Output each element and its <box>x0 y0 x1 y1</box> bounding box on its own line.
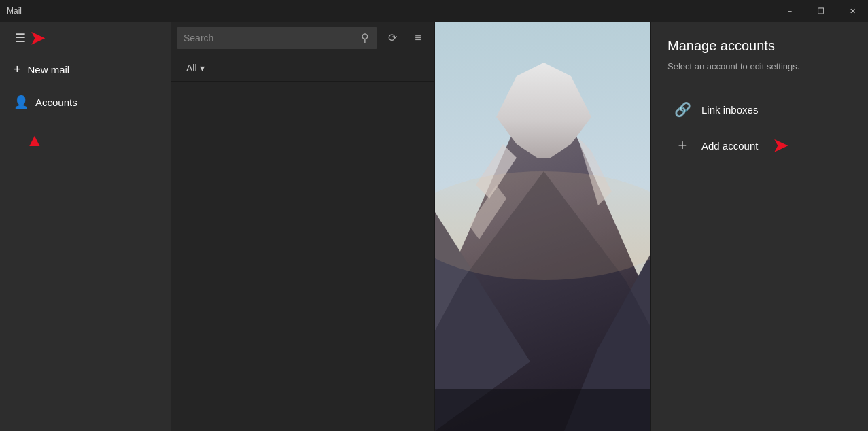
link-inboxes-icon: 🔗 <box>673 101 692 118</box>
search-input[interactable] <box>184 33 360 44</box>
plus-icon: + <box>14 63 21 77</box>
sidebar: ☰ ➤ + New mail 👤 Accounts ▲ <box>0 22 171 431</box>
manage-accounts-subtitle: Select an account to edit settings. <box>667 61 852 73</box>
title-bar: Mail − ❐ ✕ <box>0 0 868 22</box>
chevron-down-icon: ▾ <box>200 63 205 73</box>
app-body: ☰ ➤ + New mail 👤 Accounts ▲ ⚲ <box>0 22 868 431</box>
filter-bar: All ▾ <box>171 54 434 82</box>
search-icon: ⚲ <box>361 32 369 44</box>
app-title: Mail <box>7 6 22 16</box>
all-filter-label: All <box>186 63 197 73</box>
link-inboxes-label: Link inboxes <box>701 104 758 116</box>
main-content <box>435 22 650 431</box>
manage-accounts-panel: Manage accounts Select an account to edi… <box>650 22 868 431</box>
add-account-item[interactable]: + Add account ➤ <box>667 127 852 164</box>
accounts-up-arrow-container: ▲ <box>26 131 44 149</box>
new-mail-button[interactable]: + New mail <box>0 54 171 85</box>
sync-icon: ⟳ <box>388 31 397 44</box>
restore-button[interactable]: ❐ <box>805 0 837 22</box>
hamburger-arrow-indicator: ➤ <box>30 29 45 47</box>
search-button[interactable]: ⚲ <box>360 30 370 46</box>
sidebar-top: ☰ ➤ <box>0 22 171 54</box>
accounts-label: Accounts <box>35 97 77 108</box>
mountain-illustration <box>435 22 650 431</box>
accounts-arrow-indicator: ▲ <box>26 131 44 149</box>
manage-accounts-title: Manage accounts <box>667 38 852 54</box>
middle-panel: ⚲ ⟳ ≡ All ▾ <box>171 22 435 431</box>
window-controls: − ❐ ✕ <box>774 0 868 22</box>
message-list <box>171 82 434 431</box>
filter-list-icon: ≡ <box>415 32 421 44</box>
minimize-button[interactable]: − <box>774 0 805 22</box>
mountain-background <box>435 22 650 431</box>
sync-button[interactable]: ⟳ <box>381 27 403 49</box>
search-bar: ⚲ ⟳ ≡ <box>171 22 434 54</box>
accounts-item[interactable]: 👤 Accounts ▲ <box>0 85 171 119</box>
link-inboxes-item[interactable]: 🔗 Link inboxes <box>667 92 852 127</box>
accounts-icon: 👤 <box>14 94 29 109</box>
close-button[interactable]: ✕ <box>837 0 868 22</box>
add-account-icon: + <box>673 137 692 154</box>
svg-point-12 <box>435 171 650 280</box>
new-mail-label: New mail <box>28 64 70 75</box>
search-input-wrap: ⚲ <box>177 27 377 49</box>
all-filter-button[interactable]: All ▾ <box>182 60 209 76</box>
svg-rect-11 <box>435 389 650 431</box>
add-account-label: Add account <box>701 140 758 152</box>
hamburger-button[interactable]: ☰ <box>11 27 30 50</box>
hamburger-icon: ☰ <box>15 31 26 46</box>
add-account-arrow-indicator: ➤ <box>773 137 788 154</box>
filter-list-button[interactable]: ≡ <box>407 27 429 49</box>
